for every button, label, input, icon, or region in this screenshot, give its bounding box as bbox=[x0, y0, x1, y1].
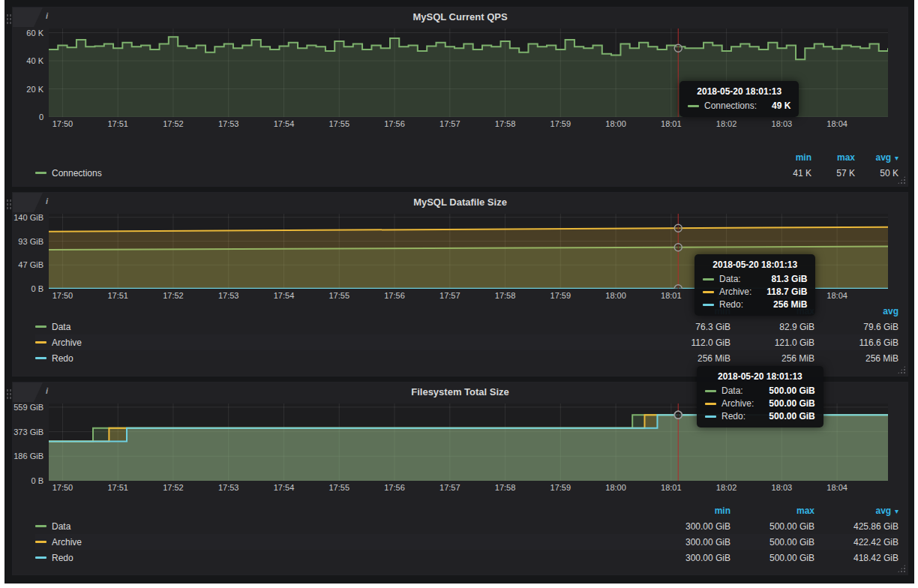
legend-series-toggle[interactable]: Connections bbox=[35, 168, 102, 178]
legend-values: 300.00 GiB500.00 GiB425.86 GiB bbox=[646, 521, 898, 532]
tooltip-series-name: Data: bbox=[722, 386, 743, 396]
tooltip-series-label: Archive: bbox=[705, 398, 754, 409]
panel-filesystem-total-size: i Filesystem Total Size 0 B186 GiB373 Gi… bbox=[12, 382, 908, 575]
x-tick-label: 17:53 bbox=[218, 119, 239, 128]
x-tick-label: 17:56 bbox=[384, 119, 405, 128]
legend-series-name: Data bbox=[52, 322, 70, 332]
x-tick-label: 17:53 bbox=[218, 483, 239, 492]
legend-avg-value: 116.6 GiB bbox=[814, 338, 898, 348]
legend-min-value: 300.00 GiB bbox=[646, 537, 730, 548]
panel-drag-handle[interactable] bbox=[6, 14, 12, 24]
x-tick-label: 17:54 bbox=[274, 291, 295, 300]
series-color-swatch-icon bbox=[703, 304, 714, 306]
x-tick-label: 17:51 bbox=[107, 291, 128, 300]
x-tick-label: 17:52 bbox=[163, 483, 184, 492]
legend-sort-avg[interactable]: avg bbox=[814, 306, 898, 316]
legend-row: Data300.00 GiB500.00 GiB425.86 GiB bbox=[35, 518, 898, 534]
series-color-swatch-icon bbox=[35, 341, 46, 344]
legend-series-toggle[interactable]: Archive bbox=[35, 537, 82, 548]
panel-legend: minmaxavg ▾Connections41 K57 K50 K bbox=[13, 150, 908, 181]
legend-sort-avg[interactable]: avg ▾ bbox=[855, 152, 898, 163]
x-tick-label: 17:57 bbox=[440, 483, 460, 492]
series-color-swatch-icon bbox=[35, 172, 46, 174]
series-color-swatch-icon bbox=[705, 416, 716, 418]
panel-title[interactable]: MySQL Datafile Size bbox=[13, 193, 908, 212]
grafana-dashboard: i MySQL Current QPS 020 K40 K60 K 17:501… bbox=[4, 0, 914, 584]
x-tick-label: 17:50 bbox=[52, 291, 74, 300]
legend-series-toggle[interactable]: Redo bbox=[35, 353, 74, 364]
legend-header-values: minmaxavg ▾ bbox=[646, 506, 898, 516]
x-tick-label: 17:55 bbox=[328, 483, 350, 492]
tooltip-series-value: 256 MiB bbox=[758, 299, 807, 310]
panel-drag-handle[interactable] bbox=[6, 199, 12, 209]
legend-row: Archive300.00 GiB500.00 GiB422.42 GiB bbox=[35, 534, 898, 550]
legend-series-name: Archive bbox=[52, 338, 82, 348]
tooltip-series-label: Redo: bbox=[703, 299, 743, 310]
x-tick-label: 17:58 bbox=[495, 291, 516, 300]
tooltip-series-value: 81.3 GiB bbox=[756, 274, 807, 284]
x-tick-label: 17:50 bbox=[52, 119, 74, 128]
tooltip-series-label: Redo: bbox=[705, 411, 746, 422]
legend-avg-value: 256 MiB bbox=[814, 353, 898, 364]
x-tick-label: 18:00 bbox=[605, 119, 626, 128]
tooltip-row: Connections:49 K bbox=[688, 100, 790, 111]
legend-values: 112.0 GiB121.0 GiB116.6 GiB bbox=[646, 338, 898, 348]
x-tick-label: 17:53 bbox=[218, 291, 239, 300]
panel-legend: minmaxavg ▾Data300.00 GiB500.00 GiB425.8… bbox=[13, 503, 908, 566]
y-axis-labels: 0 B186 GiB373 GiB559 GiB bbox=[13, 404, 49, 481]
legend-row: Data76.3 GiB82.9 GiB79.6 GiB bbox=[35, 319, 898, 334]
x-tick-label: 17:58 bbox=[495, 483, 516, 492]
x-tick-label: 18:04 bbox=[826, 291, 848, 300]
x-tick-label: 17:58 bbox=[495, 119, 516, 128]
panel-title[interactable]: MySQL Current QPS bbox=[13, 8, 908, 27]
y-tick-label: 0 B bbox=[31, 476, 44, 485]
series-color-swatch-icon bbox=[35, 525, 46, 527]
tooltip-timestamp: 2018-05-20 18:01:13 bbox=[705, 371, 815, 382]
info-icon: i bbox=[46, 386, 48, 395]
tooltip-series-label: Connections: bbox=[688, 100, 757, 111]
legend-values: 300.00 GiB500.00 GiB422.42 GiB bbox=[646, 537, 898, 548]
tooltip-series-name: Archive: bbox=[722, 398, 754, 409]
x-tick-label: 17:56 bbox=[384, 483, 405, 492]
legend-series-toggle[interactable]: Data bbox=[35, 521, 70, 532]
legend-series-name: Archive bbox=[52, 537, 82, 548]
legend-header-values: minmaxavg ▾ bbox=[768, 152, 898, 163]
x-tick-label: 18:01 bbox=[661, 119, 682, 128]
legend-series-toggle[interactable]: Redo bbox=[35, 553, 74, 563]
y-axis-labels: 020 K40 K60 K bbox=[13, 28, 49, 117]
x-tick-label: 17:50 bbox=[52, 483, 74, 492]
legend-series-name: Redo bbox=[52, 353, 74, 364]
legend-series-toggle[interactable]: Data bbox=[35, 322, 70, 332]
legend-series-toggle[interactable]: Archive bbox=[35, 338, 82, 348]
legend-max-value: 121.0 GiB bbox=[730, 338, 814, 348]
legend-sort-min[interactable]: min bbox=[768, 152, 812, 163]
series-color-swatch-icon bbox=[705, 390, 716, 392]
legend-values: 256 MiB256 MiB256 MiB bbox=[646, 353, 898, 364]
legend-max-value: 500.00 GiB bbox=[730, 521, 814, 532]
x-tick-label: 17:52 bbox=[163, 119, 184, 128]
panel-resize-handle[interactable] bbox=[897, 365, 906, 374]
legend-sort-min[interactable]: min bbox=[646, 506, 730, 516]
legend-sort-max[interactable]: max bbox=[812, 152, 855, 163]
legend-sort-avg[interactable]: avg ▾ bbox=[814, 506, 898, 516]
x-tick-label: 18:01 bbox=[661, 483, 682, 492]
x-tick-label: 18:04 bbox=[826, 119, 848, 128]
tooltip-series-value: 500.00 GiB bbox=[754, 398, 814, 409]
tooltip-row: Redo:500.00 GiB bbox=[705, 411, 815, 422]
chart-tooltip: 2018-05-20 18:01:13 Connections:49 K bbox=[680, 81, 799, 117]
tooltip-series-label: Data: bbox=[703, 274, 741, 284]
legend-row: Redo300.00 GiB500.00 GiB418.42 GiB bbox=[35, 550, 898, 566]
legend-sort-max[interactable]: max bbox=[730, 506, 814, 516]
x-tick-label: 17:55 bbox=[328, 291, 350, 300]
series-color-swatch-icon bbox=[703, 291, 714, 293]
x-tick-label: 17:57 bbox=[440, 291, 460, 300]
legend-values: 300.00 GiB500.00 GiB418.42 GiB bbox=[646, 553, 898, 563]
legend-min-value: 76.3 GiB bbox=[646, 322, 730, 332]
tooltip-series-label: Archive: bbox=[703, 286, 752, 297]
legend-max-value: 500.00 GiB bbox=[730, 553, 814, 563]
tooltip-series-value: 49 K bbox=[757, 100, 790, 111]
legend-avg-value: 425.86 GiB bbox=[814, 521, 898, 532]
info-icon: i bbox=[46, 11, 48, 20]
x-axis-labels: 17:5017:5117:5217:5317:5417:5517:5617:57… bbox=[49, 118, 888, 130]
panel-drag-handle[interactable] bbox=[6, 388, 12, 399]
